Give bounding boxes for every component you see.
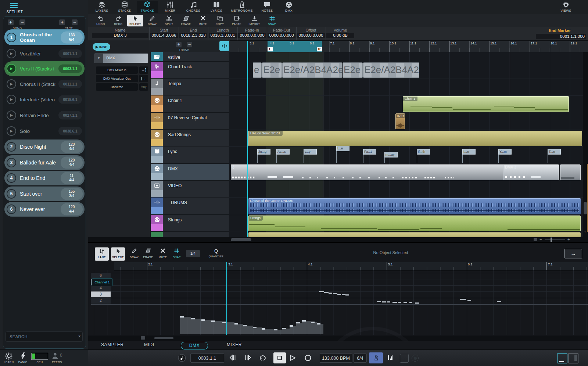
track-row-strings[interactable]: Strings (150, 215, 230, 232)
editor-snap-button[interactable]: SNAP (170, 247, 184, 261)
editor-h-scrollbar[interactable] (88, 336, 588, 341)
info-length-value[interactable]: 0016.3.3.081 (209, 33, 237, 38)
lyric-event[interactable]: T...n (548, 149, 561, 155)
editor-playhead[interactable] (226, 262, 227, 335)
undo-button[interactable]: UNDO (93, 15, 109, 26)
search-clear-icon[interactable]: x (79, 334, 81, 338)
tab-layers[interactable]: LAYERS (91, 1, 112, 13)
cycle-button[interactable] (259, 354, 268, 361)
play-part-icon[interactable]: ▶ (7, 64, 16, 73)
tracks-h-scrollbar[interactable]: − + (88, 237, 588, 242)
tab-sampler[interactable]: SAMPLER (101, 342, 124, 347)
lane-tool-button[interactable]: LANE (95, 247, 109, 261)
lyric-event[interactable]: Y...m (498, 149, 512, 155)
redo-button[interactable]: REDO (110, 15, 126, 26)
track-row-lyric[interactable]: Lyric (150, 146, 230, 164)
loop-right-marker[interactable]: R (317, 47, 322, 51)
info-start-value[interactable]: 0001.4.3.066 (150, 33, 178, 38)
chord-event[interactable]: e (253, 62, 262, 78)
audio-region-cymbal[interactable]: 07 R (395, 113, 405, 129)
play-part-icon[interactable]: ▶ (7, 79, 16, 89)
setlist-part[interactable]: ▶ Chorus II (Stack 0011.1.1 (4, 77, 85, 91)
v-scroll-handle[interactable] (584, 202, 587, 214)
record-enable-icon[interactable] (412, 355, 419, 362)
time-format-icon[interactable] (178, 354, 186, 362)
tab-notes[interactable]: NOTES (257, 1, 278, 13)
editor-mute-button[interactable]: MUTE (156, 247, 170, 261)
remove-part-button[interactable]: − (72, 19, 78, 25)
mute-tool-button[interactable]: MUTE (195, 15, 211, 26)
lyric-event[interactable]: m...ay (384, 152, 398, 157)
tab-dmx-active[interactable]: DMX (181, 342, 208, 349)
tab-metronome[interactable]: METRONOME (229, 1, 255, 13)
dmx-mixer-in-button[interactable]: DMX Mixer In (96, 66, 138, 74)
midi-region-strings[interactable]: Strings (248, 215, 581, 231)
end-marker-value[interactable]: 0001.1.1.000 (536, 34, 586, 39)
add-song-button[interactable]: + (8, 19, 14, 25)
tab-lyrics[interactable]: LYRICS (206, 1, 227, 13)
midi-region-choir[interactable]: Choir 1 (403, 96, 569, 112)
editor-expand-button[interactable]: → (564, 249, 582, 258)
track-row-cymbal[interactable]: 07 Reverse Cymbal (150, 113, 230, 130)
info-offset-value[interactable]: 0000.0.0.000 (297, 33, 325, 38)
v-zoom-in-icon[interactable]: + (584, 230, 586, 234)
tab-mixer[interactable]: MIXER (159, 1, 181, 13)
playhead-cursor-ruler[interactable] (247, 41, 248, 52)
paste-button[interactable]: PASTE (229, 15, 245, 26)
select-tool-button[interactable]: SELECT (127, 15, 143, 26)
setlist-song[interactable]: 6 Never ever 1204/4 (4, 202, 85, 217)
chord-event[interactable]: E2e (343, 62, 363, 78)
lyric-event[interactable]: If...th (417, 149, 430, 155)
chord-event[interactable]: E2e/A2B4A2 (363, 62, 419, 78)
setlist-part[interactable]: ▶ Refrain Ende 0027.1.1 (4, 108, 85, 122)
remove-track-button[interactable]: − (187, 42, 192, 47)
checkbox-toggle[interactable] (400, 354, 409, 363)
audio-region-drums[interactable]: Ghosts of the Ocean DRUMS (248, 198, 581, 214)
erase-tool-button[interactable]: ERASE (178, 15, 194, 26)
layout-bottom-zone-button[interactable] (557, 353, 567, 363)
track-row-dmx-selected[interactable]: DMX (150, 164, 230, 181)
lyric-event[interactable]: Ju...g (257, 149, 270, 155)
play-part-icon[interactable]: ▶ (7, 49, 16, 58)
step-back-button[interactable] (229, 354, 237, 361)
setlist-menu-icon[interactable] (10, 3, 18, 9)
lyric-event[interactable]: Fa...t (363, 149, 376, 155)
split-tool-button[interactable]: SPLIT (161, 15, 177, 26)
learn-icon[interactable] (5, 352, 13, 360)
chord-event[interactable]: E2e/A2B4A2e (282, 62, 342, 78)
output-routing-icon[interactable]: [→ (139, 75, 148, 82)
add-track-button[interactable]: + (176, 42, 182, 47)
quantize-button[interactable]: Q QUANTIZE (204, 247, 228, 261)
loop-left-marker[interactable]: L (268, 47, 273, 51)
tempo-display[interactable]: 133.000 BPM (320, 354, 352, 363)
universe-button[interactable]: Universe (96, 83, 138, 91)
editor-select-button[interactable]: SELECT (111, 247, 125, 261)
track-row-choir[interactable]: Choir 1 (150, 95, 230, 113)
tab-mixer-bottom[interactable]: MIXER (227, 342, 242, 347)
lyric-event[interactable]: y...y (304, 149, 317, 155)
add-part-button[interactable]: + (59, 19, 65, 25)
track-row-video[interactable]: VIDEO (150, 181, 230, 198)
record-button[interactable] (304, 354, 312, 362)
setlist-part[interactable]: ▶ Vorzähler 0001.1.1 (4, 47, 85, 60)
tracks-v-scrollbar[interactable]: + (583, 52, 588, 237)
track-row-vstlive[interactable]: vstlive (150, 52, 230, 62)
precount-icon[interactable] (387, 354, 394, 361)
setlist-song-active[interactable]: 1 Ghosts of the Ocean 1336/4 (4, 29, 85, 45)
info-end-value[interactable]: 0018.2.3.028 (179, 33, 207, 38)
remove-song-button[interactable]: − (19, 19, 25, 25)
setlist-part-active[interactable]: ▶ Vers II (Stacks i 0003.1.1 (4, 61, 85, 76)
setlist-part[interactable]: ▶ Interlude (Video 0018.6.1 (4, 93, 85, 106)
import-button[interactable]: IMPORT (245, 15, 263, 26)
zoom-slider[interactable] (545, 239, 565, 240)
info-fadein-value[interactable]: 0000.0.0.000 (238, 33, 266, 38)
track-row-drums[interactable]: DRUMS (150, 198, 230, 215)
midi-region-halion[interactable]: HALion Sonic SE 01 (248, 131, 582, 146)
inspector-toggle-button[interactable]: ▶ INSP (93, 43, 110, 51)
track-row-chord[interactable]: Chord Track (150, 62, 230, 79)
setlist-song[interactable]: 2 Disco Night 1204/4 (4, 139, 85, 154)
search-input[interactable] (6, 331, 83, 342)
info-fadeout-value[interactable]: 0000.0.0.000 (268, 33, 295, 38)
dmx-visualizer-out-button[interactable]: DMX Visualizer Out (96, 75, 138, 82)
track-row-sad-strings[interactable]: Sad Strings (150, 130, 230, 146)
